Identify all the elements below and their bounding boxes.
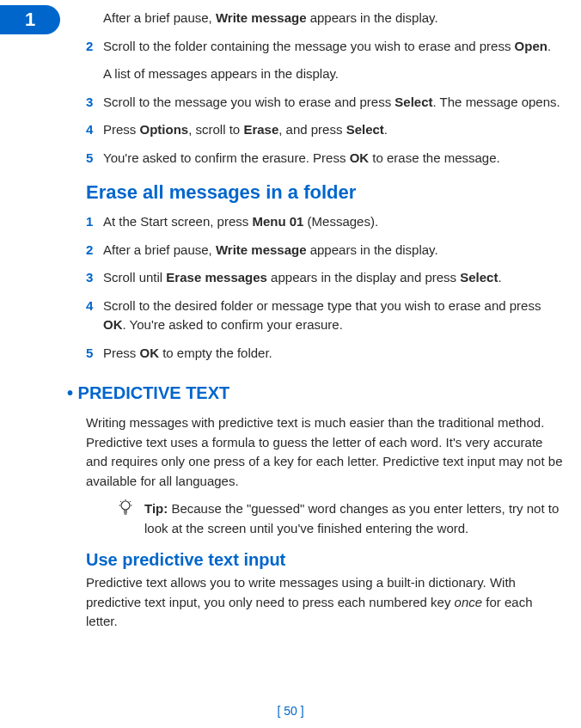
step-number: 3 [86,268,103,288]
section-title: PREDICTIVE TEXT [78,383,230,402]
step: 2Scroll to the folder containing the mes… [86,37,564,57]
chapter-number: 1 [25,9,35,31]
predictive-body: Predictive text allows you to write mess… [86,573,564,632]
step-text: You're asked to confirm the erasure. Pre… [103,149,564,168]
step: 3Scroll to the message you wish to erase… [86,93,564,113]
section-predictive-text: • PREDICTIVE TEXT [67,383,564,403]
step-number: 3 [86,93,103,113]
step-text: Press Options, scroll to Erase, and pres… [103,120,564,140]
step: 5You're asked to confirm the erasure. Pr… [86,149,564,168]
svg-line-5 [120,501,121,502]
step-text: After a brief pause, Write message appea… [103,9,564,28]
step-text: Scroll until Erase messages appears in t… [103,268,564,288]
heading-erase-all: Erase all messages in a folder [86,181,564,204]
step: 4Press Options, scroll to Erase, and pre… [86,120,564,140]
heading-use-predictive: Use predictive text input [86,550,564,570]
svg-point-0 [121,501,130,510]
step: 2After a brief pause, Write message appe… [86,241,564,260]
step-text: At the Start screen, press Menu 01 (Mess… [103,212,564,232]
svg-line-6 [130,501,131,502]
lightbulb-icon [119,499,138,538]
step: 3Scroll until Erase messages appears in … [86,268,564,288]
step-note: A list of messages appears in the displa… [103,64,564,84]
tip-block: Tip: Because the "guessed" word changes … [119,499,564,538]
bullet: • [67,383,73,402]
step-number: 5 [86,344,103,364]
page-content: After a brief pause, Write message appea… [0,0,581,632]
step-text: After a brief pause, Write message appea… [103,241,564,260]
step: 1At the Start screen, press Menu 01 (Mes… [86,212,564,232]
chapter-tab: 1 [0,5,60,34]
step-number: 4 [86,297,103,335]
predictive-intro: Writing messages with predictive text is… [86,413,564,491]
step-number: 2 [86,241,103,260]
step-number: 4 [86,120,103,140]
step: 5Press OK to empty the folder. [86,344,564,364]
step-text: Scroll to the folder containing the mess… [103,37,564,57]
step-text: Scroll to the desired folder or message … [103,297,564,335]
step-number: 2 [86,37,103,57]
page-number: [ 50 ] [0,704,581,718]
step: 4Scroll to the desired folder or message… [86,297,564,335]
step-number [86,9,103,28]
tip-text: Tip: Because the "guessed" word changes … [144,499,564,538]
step: After a brief pause, Write message appea… [86,9,564,28]
step-number: 5 [86,149,103,168]
step-number: 1 [86,212,103,232]
step-text: Press OK to empty the folder. [103,344,564,364]
step-text: Scroll to the message you wish to erase … [103,93,564,113]
